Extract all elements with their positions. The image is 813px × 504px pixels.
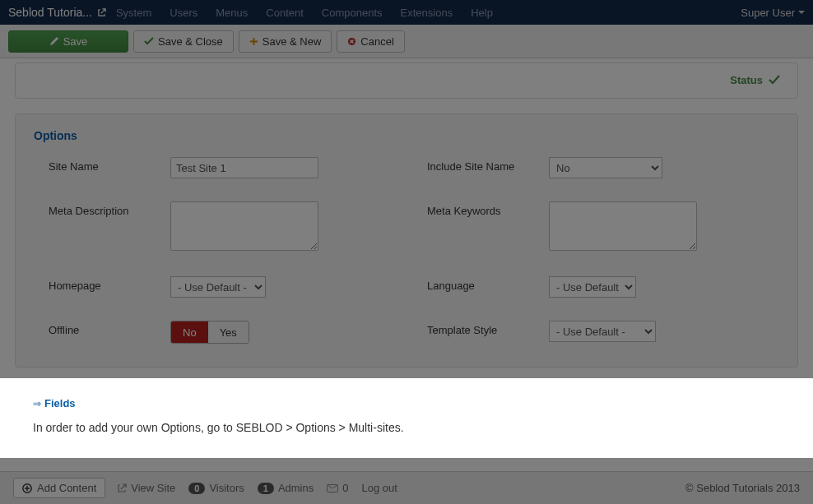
cancel-button[interactable]: Cancel bbox=[337, 30, 404, 53]
menu-help[interactable]: Help bbox=[471, 7, 493, 19]
arrow-right-icon: ⇒ bbox=[33, 398, 41, 409]
fields-link[interactable]: ⇒ Fields bbox=[33, 397, 780, 409]
language-select[interactable]: - Use Default - bbox=[549, 276, 636, 298]
status-label: Status bbox=[730, 74, 763, 86]
save-label: Save bbox=[63, 35, 88, 48]
status-row: Status bbox=[15, 62, 798, 99]
pencil-icon bbox=[49, 36, 59, 46]
options-title: Options bbox=[34, 129, 779, 142]
visitors-count: 0 bbox=[188, 483, 205, 494]
view-site-label: View Site bbox=[131, 482, 175, 494]
admins-count: 1 bbox=[258, 483, 274, 494]
meta-description-input[interactable] bbox=[170, 201, 318, 251]
offline-toggle[interactable]: No Yes bbox=[170, 321, 249, 344]
fields-link-label: Fields bbox=[44, 397, 76, 409]
close-icon bbox=[347, 37, 356, 46]
chevron-down-icon bbox=[798, 9, 805, 16]
copyright: © Seblod Tutorials 2013 bbox=[685, 482, 800, 494]
brand[interactable]: Seblod Tutoria... bbox=[8, 6, 106, 19]
messages-count: 0 bbox=[342, 482, 348, 494]
site-name-label: Site Name bbox=[49, 157, 170, 173]
menu-menus[interactable]: Menus bbox=[216, 7, 248, 19]
external-link-icon bbox=[97, 8, 106, 17]
save-button[interactable]: Save bbox=[8, 30, 128, 53]
menu-system[interactable]: System bbox=[116, 7, 151, 19]
view-site-link[interactable]: View Site bbox=[117, 482, 175, 494]
admins-item[interactable]: 1 Admins bbox=[258, 482, 314, 494]
template-style-label: Template Style bbox=[427, 321, 549, 336]
site-name-input[interactable] bbox=[170, 157, 318, 178]
visitors-label: Visitors bbox=[209, 482, 244, 494]
add-content-button[interactable]: Add Content bbox=[13, 478, 105, 498]
visitors-item[interactable]: 0 Visitors bbox=[188, 482, 244, 494]
add-content-label: Add Content bbox=[37, 482, 96, 494]
cancel-label: Cancel bbox=[360, 35, 393, 48]
offline-no[interactable]: No bbox=[171, 321, 208, 343]
offline-label: Offline bbox=[49, 321, 170, 336]
plus-circle-icon bbox=[22, 483, 32, 493]
save-new-label: Save & New bbox=[262, 35, 322, 48]
logout-link[interactable]: Log out bbox=[361, 482, 397, 494]
menu-extensions[interactable]: Extensions bbox=[401, 7, 453, 19]
homepage-label: Homepage bbox=[49, 276, 170, 292]
offline-yes[interactable]: Yes bbox=[208, 321, 249, 343]
save-close-button[interactable]: Save & Close bbox=[133, 30, 234, 53]
check-icon bbox=[768, 73, 781, 86]
check-icon bbox=[144, 36, 154, 46]
mail-icon bbox=[327, 484, 338, 492]
homepage-select[interactable]: - Use Default - bbox=[170, 276, 266, 298]
plus-icon bbox=[249, 37, 258, 46]
menu-content[interactable]: Content bbox=[266, 7, 304, 19]
menu-components[interactable]: Components bbox=[322, 7, 383, 19]
meta-keywords-label: Meta Keywords bbox=[427, 201, 549, 217]
messages-item[interactable]: 0 bbox=[327, 482, 348, 494]
logout-label: Log out bbox=[361, 482, 397, 494]
fields-note: In order to add your own Options, go to … bbox=[33, 421, 780, 434]
language-label: Language bbox=[427, 276, 549, 292]
include-site-name-select[interactable]: No bbox=[549, 157, 662, 178]
meta-keywords-input[interactable] bbox=[549, 201, 697, 251]
brand-label: Seblod Tutoria... bbox=[8, 6, 92, 19]
user-menu[interactable]: Super User bbox=[741, 7, 805, 19]
save-close-label: Save & Close bbox=[158, 35, 223, 48]
menu-users[interactable]: Users bbox=[170, 7, 197, 19]
admins-label: Admins bbox=[278, 482, 314, 494]
template-style-select[interactable]: - Use Default - bbox=[549, 321, 656, 342]
external-link-icon bbox=[117, 483, 127, 493]
include-site-name-label: Include Site Name bbox=[427, 157, 549, 173]
user-label: Super User bbox=[741, 7, 795, 19]
meta-description-label: Meta Description bbox=[49, 201, 170, 217]
save-new-button[interactable]: Save & New bbox=[239, 30, 332, 53]
